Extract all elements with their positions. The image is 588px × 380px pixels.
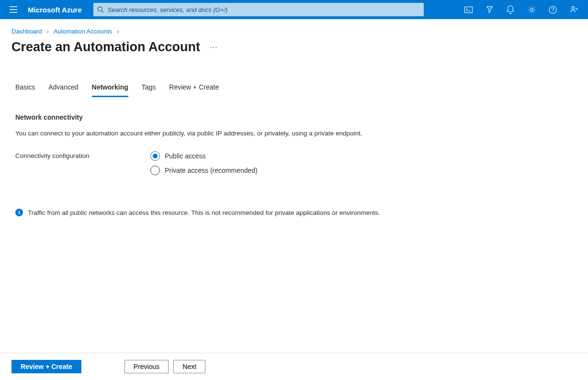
next-button[interactable]: Next [173, 360, 205, 373]
search-input[interactable] [104, 6, 420, 13]
svg-rect-1 [464, 7, 472, 12]
wizard-footer: Review + Create Previous Next [0, 353, 588, 380]
page-title: Create an Automation Account [11, 40, 200, 55]
svg-point-3 [549, 6, 556, 13]
radio-private-access[interactable]: Private access (recommended) [150, 166, 258, 175]
breadcrumb-automation-accounts[interactable]: Automation Accounts [54, 28, 112, 35]
previous-button[interactable]: Previous [124, 360, 169, 373]
chevron-right-icon: › [117, 28, 119, 35]
notifications-icon[interactable] [500, 0, 521, 19]
svg-point-2 [530, 8, 533, 11]
chevron-right-icon: › [47, 28, 49, 35]
cloud-shell-icon[interactable] [458, 0, 479, 19]
tab-advanced[interactable]: Advanced [48, 83, 78, 97]
radio-icon [150, 166, 160, 175]
directory-filter-icon[interactable] [479, 0, 500, 19]
tab-tags[interactable]: Tags [142, 83, 156, 97]
tab-networking[interactable]: Networking [92, 83, 128, 97]
brand-label[interactable]: Microsoft Azure [23, 6, 90, 14]
radio-public-access[interactable]: Public access [150, 151, 258, 161]
settings-gear-icon[interactable] [521, 0, 542, 19]
info-message-bar: i Traffic from all public networks can a… [15, 209, 577, 216]
hamburger-menu-icon[interactable] [4, 0, 23, 19]
radio-icon [150, 151, 160, 161]
review-create-button[interactable]: Review + Create [11, 360, 81, 373]
breadcrumb-dashboard[interactable]: Dashboard [11, 28, 42, 35]
svg-point-4 [571, 6, 574, 9]
info-message-text: Traffic from all public networks can acc… [28, 209, 380, 216]
connectivity-label: Connectivity configuration [15, 151, 150, 175]
connectivity-configuration-row: Connectivity configuration Public access… [15, 151, 577, 175]
info-icon: i [15, 209, 23, 216]
section-heading: Network connectivity [15, 113, 577, 121]
top-navigation-bar: Microsoft Azure [0, 0, 588, 19]
more-actions-icon[interactable]: ⋯ [207, 41, 220, 54]
wizard-tabs: Basics Advanced Networking Tags Review +… [11, 83, 577, 97]
tab-basics[interactable]: Basics [15, 83, 35, 97]
tab-review-create[interactable]: Review + Create [169, 83, 219, 97]
radio-label-public: Public access [165, 152, 206, 160]
help-icon[interactable] [542, 0, 563, 19]
svg-point-0 [98, 7, 102, 11]
section-description: You can connect to your automation accou… [15, 130, 577, 137]
breadcrumb: Dashboard › Automation Accounts › [11, 28, 577, 35]
global-search[interactable] [93, 3, 424, 16]
radio-label-private: Private access (recommended) [165, 167, 258, 174]
page-content: Dashboard › Automation Accounts › Create… [0, 19, 588, 353]
feedback-icon[interactable] [563, 0, 584, 19]
search-icon [97, 6, 104, 13]
